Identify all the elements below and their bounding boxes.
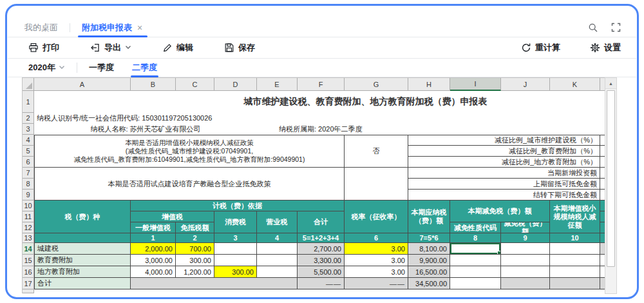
cell-I15[interactable] — [450, 255, 501, 266]
index-col-8[interactable]: 8 — [450, 233, 501, 243]
row-header-9[interactable]: 9 — [23, 190, 34, 200]
row-header-8[interactable]: 8 — [23, 179, 34, 190]
row-header-1[interactable]: 1 — [23, 91, 34, 113]
tab-quarter-1[interactable]: 一季度 — [89, 58, 114, 77]
row-header-4[interactable]: 4 — [23, 135, 34, 146]
cell-J17[interactable] — [501, 278, 550, 289]
cell-F15[interactable]: 3,300.00 — [298, 255, 345, 266]
cell-G14[interactable]: 3.00 — [345, 243, 408, 255]
search-icon[interactable] — [588, 23, 598, 33]
col-header-H[interactable]: H — [408, 78, 450, 91]
tab-surtax-form[interactable]: 附加税申报表 × — [82, 18, 142, 37]
col-header-I[interactable]: I — [450, 78, 501, 91]
cell-I16[interactable] — [450, 266, 501, 278]
form-title-cell[interactable]: 城市维护建设税、教育费附加、地方教育附加税（费）申报表 — [131, 91, 600, 113]
policy-pilot-answer-cell[interactable] — [345, 168, 408, 200]
row-header-6[interactable]: 6 — [23, 157, 34, 168]
cell-D16[interactable]: 300.00 — [214, 266, 257, 278]
index-col-4[interactable]: 4 — [257, 233, 298, 243]
header-consumption-tax[interactable]: 消费税 — [214, 211, 257, 233]
header-exempt-credit[interactable]: 免抵税额 — [176, 222, 214, 233]
cell-C15[interactable]: 300.00 — [176, 255, 214, 266]
scroll-up-icon[interactable]: ▲ — [605, 78, 616, 89]
index-col-5[interactable]: 5=1+2+3+4 — [298, 233, 345, 243]
row-header-15[interactable]: 15 — [23, 255, 34, 266]
cell-I17[interactable] — [450, 278, 501, 289]
col-header-J[interactable]: J — [501, 78, 550, 91]
header-tax-type[interactable]: 税（费）种 — [34, 200, 131, 233]
cell-I14-selected[interactable] — [450, 243, 501, 255]
header-empty-A13[interactable] — [34, 233, 131, 243]
col-header-F[interactable]: F — [298, 78, 345, 91]
index-col-1[interactable]: 1 — [131, 233, 176, 243]
row-header-5[interactable]: 5 — [23, 146, 34, 157]
index-col-10[interactable]: 10 — [550, 233, 600, 243]
row-header-partial[interactable] — [23, 289, 34, 293]
tab-my-desktop[interactable]: 我的桌面 — [24, 22, 58, 34]
cell-D15[interactable] — [214, 255, 257, 266]
cell-B15[interactable]: 3,000.00 — [131, 255, 176, 266]
row-header-2[interactable]: 2 — [23, 113, 34, 124]
cell-H14[interactable]: 8,100.00 — [408, 243, 450, 255]
row-header-11[interactable]: 11 — [23, 211, 34, 222]
row-header-7[interactable]: 7 — [23, 168, 34, 179]
col-header-D[interactable]: D — [214, 78, 257, 91]
cell-H17[interactable]: 34,500.00 — [408, 278, 450, 289]
row-header-13[interactable]: 13 — [23, 233, 34, 243]
close-icon[interactable]: × — [137, 23, 142, 32]
policy-vat-answer-cell[interactable]: 否 — [345, 135, 408, 168]
side-label-prior-credit[interactable]: 上期留抵可抵免金额 — [408, 179, 600, 190]
cell-A14-label[interactable]: 城建税 — [34, 243, 131, 255]
side-label-new-investment[interactable]: 当期新增投资额 — [408, 168, 600, 179]
tax-period-cell[interactable]: 纳税所属期: 2020年二季度 — [257, 124, 600, 135]
year-select[interactable]: 2020年 — [8, 62, 65, 73]
index-col-9[interactable]: 9 — [501, 233, 550, 243]
cell-G15[interactable]: 3.00 — [345, 255, 408, 266]
cell-J16[interactable] — [501, 266, 550, 278]
vertical-scrollbar[interactable]: ▲ — [605, 77, 617, 294]
header-total[interactable]: 合计 — [298, 211, 345, 233]
cell-H15[interactable]: 9,900.00 — [408, 255, 450, 266]
cell-A15-label[interactable]: 教育费附加 — [34, 255, 131, 266]
policy-pilot-cell[interactable]: 本期是否适用试点建设培育产教融合型企业抵免政策 — [34, 168, 345, 200]
cell-D14[interactable] — [214, 243, 257, 255]
cell-K16[interactable] — [550, 266, 600, 278]
row-header-17[interactable]: 17 — [23, 278, 34, 289]
cell-B14[interactable]: 2,000.00 — [131, 243, 176, 255]
side-label-carryover-credit[interactable]: 结转下期可抵免金额 — [408, 190, 600, 200]
header-rate[interactable]: 税率（征收率） — [345, 200, 408, 233]
index-col-7[interactable]: 7=5*6 — [408, 233, 450, 243]
header-small-scale-reduction[interactable]: 本期增值税小规模纳税人减征额 — [550, 200, 600, 233]
row-header-14[interactable]: 14 — [23, 243, 34, 255]
tab-quarter-2[interactable]: 二季度 — [132, 58, 157, 77]
fullscreen-icon[interactable] — [611, 23, 621, 32]
row-header-16[interactable]: 16 — [23, 266, 34, 278]
cell-J14[interactable] — [501, 243, 550, 255]
taxpayer-id-cell[interactable]: 纳税人识别号/统一社会信用代码: 150301197205130026 — [34, 113, 408, 124]
col-header-G[interactable]: G — [345, 78, 408, 91]
header-reduction-amount[interactable]: 减免税（费）额 — [501, 222, 550, 233]
index-col-6[interactable]: 6 — [345, 233, 408, 243]
cell-F17[interactable]: —— — [298, 278, 345, 289]
row-header-10[interactable]: 10 — [23, 200, 34, 211]
index-col-3[interactable]: 3 — [214, 233, 257, 243]
header-vat-group[interactable]: 增值税 — [131, 211, 214, 222]
header-business-tax[interactable]: 营业税 — [257, 211, 298, 233]
header-basis-group[interactable]: 计税（费）依据 — [131, 200, 345, 211]
header-general-vat[interactable]: 一般增值税 — [131, 222, 176, 233]
side-label-reduction-edu[interactable]: 减征比例_教育费附加（%） — [408, 146, 600, 157]
scrollbar-thumb[interactable] — [607, 90, 615, 267]
cell-B16[interactable]: 4,000.00 — [131, 266, 176, 278]
cell-C16[interactable]: 1,200.00 — [176, 266, 214, 278]
print-button[interactable]: 打印 — [28, 42, 59, 54]
cell-G17[interactable]: —— — [345, 278, 408, 289]
side-label-reduction-local[interactable]: 减征比例_地方教育附加（%） — [408, 157, 600, 168]
col-header-A[interactable]: A — [34, 78, 131, 91]
save-button[interactable]: 保存 — [224, 42, 255, 54]
row-header-3[interactable]: 3 — [23, 124, 34, 135]
header-payable[interactable]: 本期应纳税（费）额 — [408, 200, 450, 233]
index-col-2[interactable]: 2 — [176, 233, 214, 243]
cell-F16[interactable]: 5,500.00 — [298, 266, 345, 278]
cell-K14[interactable] — [550, 243, 600, 255]
cell-K15[interactable] — [550, 255, 600, 266]
